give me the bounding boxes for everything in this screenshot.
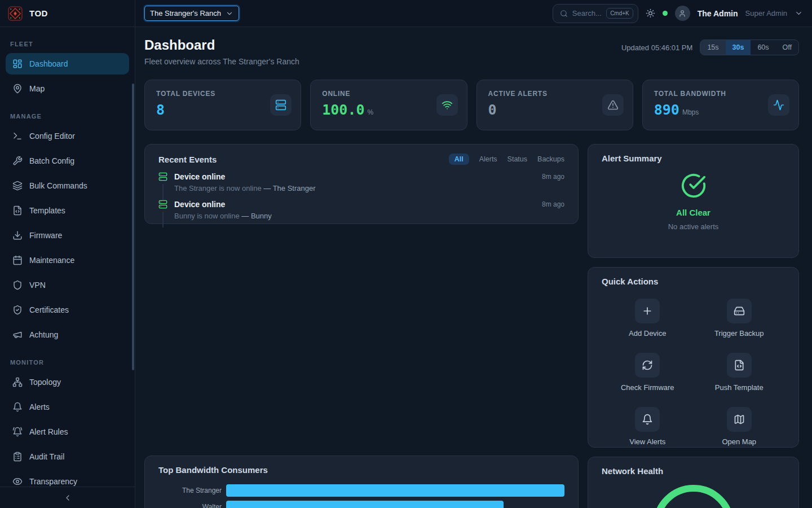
- sidebar-item-firmware[interactable]: Firmware: [6, 225, 129, 246]
- sidebar-collapse-button[interactable]: [0, 487, 135, 508]
- action-label: View Alerts: [629, 437, 665, 446]
- add-device-button[interactable]: Add Device: [602, 299, 694, 338]
- server-icon: [270, 94, 292, 116]
- action-label: Add Device: [629, 329, 666, 338]
- interval-30s-button[interactable]: 30s: [726, 40, 751, 55]
- interval-15s-button[interactable]: 15s: [700, 40, 725, 55]
- search-shortcut-badge: Cmd+K: [606, 8, 633, 19]
- sidebar-item-label: VPN: [29, 281, 46, 290]
- sidebar-item-topology[interactable]: Topology: [6, 371, 129, 393]
- page-subtitle: Fleet overview across The Stranger's Ran…: [144, 57, 299, 66]
- events-list: Device online 8m ago The Stranger is now…: [158, 172, 564, 227]
- event-row[interactable]: Device online 8m ago The Stranger is now…: [158, 172, 564, 200]
- file-code-icon: [12, 205, 23, 216]
- sidebar-item-label: Config Editor: [29, 132, 75, 141]
- event-message: The Stranger is now online: [174, 184, 262, 192]
- sidebar-item-achtung[interactable]: Achtung: [6, 324, 129, 345]
- sidebar-item-alerts[interactable]: Alerts: [6, 396, 129, 418]
- sidebar-item-certificates[interactable]: Certificates: [6, 299, 129, 321]
- plus-icon: [635, 299, 660, 323]
- search-input[interactable]: Search... Cmd+K: [553, 4, 638, 23]
- event-time: 8m ago: [542, 200, 564, 208]
- sidebar-item-alert-rules[interactable]: Alert Rules: [6, 421, 129, 443]
- sidebar-item-maintenance[interactable]: Maintenance: [6, 249, 129, 271]
- sidebar-item-map[interactable]: Map: [6, 78, 129, 99]
- bell-ring-icon: [12, 427, 23, 437]
- event-message: Bunny is now online: [174, 212, 240, 220]
- tab-alerts[interactable]: Alerts: [479, 155, 497, 163]
- section-label-manage: MANAGE: [10, 113, 129, 120]
- topbar: TOD The Stranger's Ranch Search... Cmd+K: [0, 0, 812, 27]
- shield-check-icon: [12, 305, 23, 315]
- app-title: TOD: [29, 8, 48, 18]
- shield-icon: [12, 280, 23, 290]
- push-template-button[interactable]: Push Template: [694, 353, 785, 392]
- avatar[interactable]: [675, 6, 690, 21]
- view-alerts-button[interactable]: View Alerts: [602, 407, 694, 446]
- bar-row: Walter: [158, 501, 564, 508]
- chevron-down-icon: [795, 9, 803, 17]
- sun-icon: [646, 8, 655, 18]
- sidebar-item-label: Dashboard: [29, 59, 68, 68]
- open-map-button[interactable]: Open Map: [694, 407, 785, 446]
- alert-triangle-icon: [602, 94, 624, 116]
- tab-status[interactable]: Status: [508, 155, 527, 163]
- sidebar-item-label: Map: [29, 84, 45, 93]
- sidebar-item-bulk-commands[interactable]: Bulk Commands: [6, 175, 129, 196]
- bar: [226, 484, 564, 497]
- sidebar-item-audit-trail[interactable]: Audit Trail: [6, 446, 129, 467]
- sidebar-item-label: Maintenance: [29, 256, 74, 265]
- chevron-left-icon: [63, 493, 72, 502]
- search-icon: [560, 10, 568, 17]
- layout-dashboard-icon: [12, 59, 23, 69]
- sidebar-item-label: Certificates: [29, 305, 69, 314]
- stat-value: 0: [488, 103, 497, 117]
- health-ring: [656, 488, 731, 508]
- event-title: Device online: [174, 200, 225, 209]
- event-device: — Bunny: [241, 212, 271, 220]
- event-row[interactable]: Device online 8m ago Bunny is now online…: [158, 200, 564, 227]
- theme-toggle-button[interactable]: [646, 8, 655, 18]
- alert-status: All Clear: [602, 208, 785, 217]
- bar: [226, 501, 504, 508]
- tab-all[interactable]: All: [449, 154, 469, 165]
- check-firmware-button[interactable]: Check Firmware: [602, 353, 694, 392]
- app-window: TOD The Stranger's Ranch Search... Cmd+K: [0, 0, 812, 508]
- fleet-selector[interactable]: The Stranger's Ranch: [144, 6, 239, 21]
- page-title: Dashboard: [144, 37, 299, 53]
- sidebar-item-templates[interactable]: Templates: [6, 200, 129, 221]
- interval-off-button[interactable]: Off: [776, 40, 798, 55]
- stats-row: TOTAL DEVICES 8 ONLINE 100.0 %: [144, 80, 799, 130]
- stat-card-total-bandwidth: TOTAL BANDWIDTH 890 Mbps: [642, 80, 799, 130]
- stat-card-active-alerts: ACTIVE ALERTS 0: [476, 80, 633, 130]
- eye-icon: [12, 476, 23, 487]
- sidebar-item-vpn[interactable]: VPN: [6, 274, 129, 296]
- event-title: Device online: [174, 172, 225, 181]
- sidebar-item-label: Alert Rules: [29, 427, 68, 436]
- user-menu-button[interactable]: [795, 9, 803, 17]
- stat-value: 8: [156, 103, 165, 117]
- tab-backups[interactable]: Backups: [537, 155, 564, 163]
- interval-60s-button[interactable]: 60s: [751, 40, 775, 55]
- sidebar: FLEET Dashboard Map MANAGE Config Editor…: [0, 27, 135, 508]
- trigger-backup-button[interactable]: Trigger Backup: [694, 299, 785, 338]
- sidebar-scrollbar[interactable]: [132, 84, 134, 370]
- sidebar-item-label: Bulk Commands: [29, 181, 87, 190]
- sidebar-item-label: Transparency: [29, 477, 77, 486]
- sidebar-item-label: Firmware: [29, 231, 62, 240]
- user-name: The Admin: [698, 9, 738, 18]
- action-label: Push Template: [715, 383, 764, 392]
- recent-events-title: Recent Events: [158, 155, 217, 164]
- stat-unit: %: [368, 108, 374, 116]
- sidebar-item-config-editor[interactable]: Config Editor: [6, 125, 129, 147]
- event-device: — The Stranger: [263, 184, 315, 192]
- sidebar-item-dashboard[interactable]: Dashboard: [6, 53, 129, 75]
- stat-unit: Mbps: [682, 108, 699, 116]
- sidebar-nav: FLEET Dashboard Map MANAGE Config Editor…: [0, 27, 135, 487]
- sidebar-item-transparency[interactable]: Transparency: [6, 471, 129, 487]
- sidebar-item-label: Templates: [29, 206, 65, 215]
- section-label-fleet: FLEET: [10, 41, 129, 47]
- sidebar-item-batch-config[interactable]: Batch Config: [6, 150, 129, 172]
- connection-status-dot: [663, 11, 668, 16]
- bandwidth-chart-title: Top Bandwidth Consumers: [158, 465, 564, 475]
